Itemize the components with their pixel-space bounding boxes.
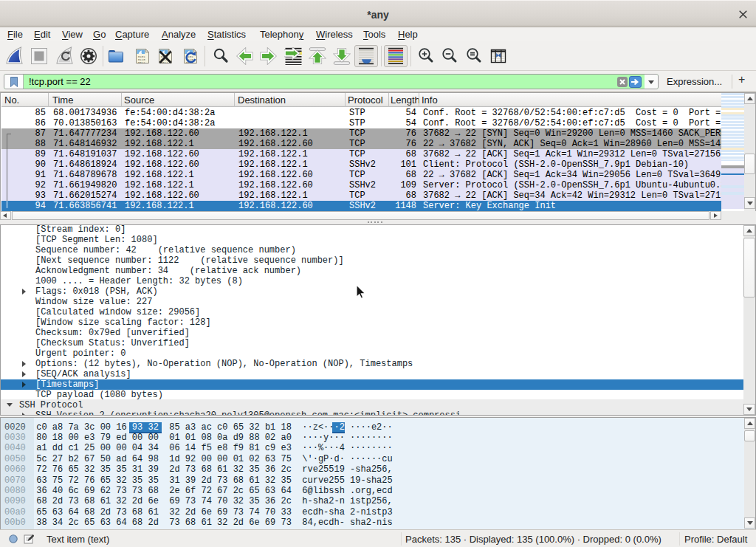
svg-text:0011: 0011 xyxy=(138,61,146,64)
